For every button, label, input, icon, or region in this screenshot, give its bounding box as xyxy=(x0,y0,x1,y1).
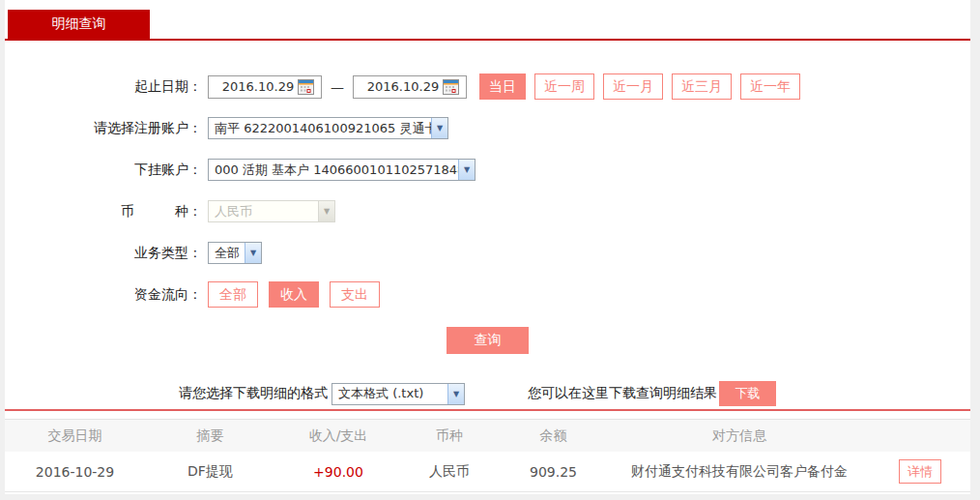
detail-button[interactable]: 详情 xyxy=(899,459,941,485)
fund-flow-label: 资金流向： xyxy=(5,286,208,304)
register-account-select[interactable]: 南平 6222001406100921065 灵通卡 ▼ xyxy=(208,117,448,139)
business-type-value: 全部 xyxy=(209,245,245,262)
sub-account-value: 000 活期 基本户 1406600101102571848 xyxy=(209,162,458,179)
tab-label: 明细查询 xyxy=(52,15,106,33)
calendar-icon[interactable] xyxy=(298,79,314,95)
register-account-label: 请选择注册账户： xyxy=(5,120,208,137)
register-account-row: 请选择注册账户： 南平 6222001406100921065 灵通卡 ▼ xyxy=(5,107,970,149)
download-hint: 您可以在这里下载查询明细结果 xyxy=(528,385,717,402)
query-form: 起止日期： — xyxy=(5,41,970,354)
chevron-down-icon: ▼ xyxy=(447,384,464,404)
tab-detail-query[interactable]: 明细查询 xyxy=(8,10,150,39)
chevron-down-icon: ▼ xyxy=(458,160,475,180)
header-summary: 摘要 xyxy=(145,427,275,445)
download-format-select[interactable]: 文本格式 (.txt) ▼ xyxy=(331,383,465,405)
date-range-row: 起止日期： — xyxy=(5,66,970,107)
results-table: 交易日期 摘要 收入/支出 币种 余额 对方信息 2016-10-29 DF提现… xyxy=(5,419,970,492)
business-type-select[interactable]: 全部 ▼ xyxy=(208,242,262,264)
sub-account-select[interactable]: 000 活期 基本户 1406600101102571848 ▼ xyxy=(208,159,476,181)
header-income-expense: 收入/支出 xyxy=(275,427,401,445)
cell-currency: 人民币 xyxy=(401,463,498,481)
date-to-input[interactable] xyxy=(363,79,443,94)
date-range-label: 起止日期： xyxy=(5,78,208,96)
business-type-row: 业务类型： 全部 ▼ xyxy=(5,232,970,274)
currency-select: 人民币 ▼ xyxy=(208,200,335,222)
cell-summary: DF提现 xyxy=(145,463,275,481)
quick-button-quarter[interactable]: 近三月 xyxy=(672,74,732,100)
header-trade-date: 交易日期 xyxy=(5,427,145,445)
download-row: 请您选择下载明细的格式 文本格式 (.txt) ▼ 您可以在这里下载查询明细结果… xyxy=(5,381,970,406)
quick-button-year[interactable]: 近一年 xyxy=(740,74,800,100)
cell-balance: 909.25 xyxy=(498,464,609,480)
cell-amount: +90.00 xyxy=(275,464,401,480)
business-type-label: 业务类型： xyxy=(5,245,208,262)
quick-button-today[interactable]: 当日 xyxy=(479,74,526,100)
calendar-icon[interactable] xyxy=(443,79,459,95)
currency-row: 币 种： 人民币 ▼ xyxy=(5,191,970,232)
cell-actions: 详情 xyxy=(870,459,970,485)
table-header-row: 交易日期 摘要 收入/支出 币种 余额 对方信息 xyxy=(5,419,970,452)
table-row: 2016-10-29 DF提现 +90.00 人民币 909.25 财付通支付科… xyxy=(5,452,970,492)
currency-value: 人民币 xyxy=(209,203,318,221)
register-account-value: 南平 6222001406100921065 灵通卡 xyxy=(209,120,431,137)
download-button[interactable]: 下载 xyxy=(719,381,776,406)
download-format-value: 文本格式 (.txt) xyxy=(332,385,447,402)
chevron-down-icon: ▼ xyxy=(431,118,447,138)
quick-date-buttons: 当日 近一周 近一月 近三月 近一年 xyxy=(479,74,809,100)
fund-flow-row: 资金流向： 全部 收入 支出 xyxy=(5,274,970,315)
chevron-down-icon: ▼ xyxy=(245,243,261,263)
fund-flow-expense-button[interactable]: 支出 xyxy=(330,281,380,308)
red-divider xyxy=(5,409,970,411)
fund-flow-income-button[interactable]: 收入 xyxy=(269,281,319,308)
header-currency: 币种 xyxy=(401,427,498,445)
fund-flow-buttons: 全部 收入 支出 xyxy=(208,281,390,308)
date-to-field[interactable] xyxy=(353,75,467,99)
page: 明细查询 起止日期： xyxy=(0,0,980,500)
currency-label: 币 种： xyxy=(5,203,208,221)
fund-flow-all-button[interactable]: 全部 xyxy=(208,281,258,308)
tab-bar: 明细查询 xyxy=(5,0,970,41)
sub-account-row: 下挂账户： 000 活期 基本户 1406600101102571848 ▼ xyxy=(5,149,970,191)
date-separator: — xyxy=(331,79,344,95)
query-button-row: 查询 xyxy=(5,327,970,354)
quick-button-month[interactable]: 近一月 xyxy=(603,74,663,100)
download-format-label: 请您选择下载明细的格式 xyxy=(179,385,328,402)
header-counterparty: 对方信息 xyxy=(609,427,870,445)
date-from-input[interactable] xyxy=(218,79,298,94)
sub-account-label: 下挂账户： xyxy=(5,162,208,179)
query-button[interactable]: 查询 xyxy=(447,327,529,354)
date-from-field[interactable] xyxy=(208,75,322,99)
quick-button-week[interactable]: 近一周 xyxy=(534,74,594,100)
cell-trade-date: 2016-10-29 xyxy=(5,464,145,480)
content-panel: 明细查询 起止日期： xyxy=(5,0,970,494)
header-balance: 余额 xyxy=(498,427,609,445)
chevron-down-icon: ▼ xyxy=(318,201,334,221)
cell-counterparty: 财付通支付科技有限公司客户备付金 xyxy=(609,463,870,481)
